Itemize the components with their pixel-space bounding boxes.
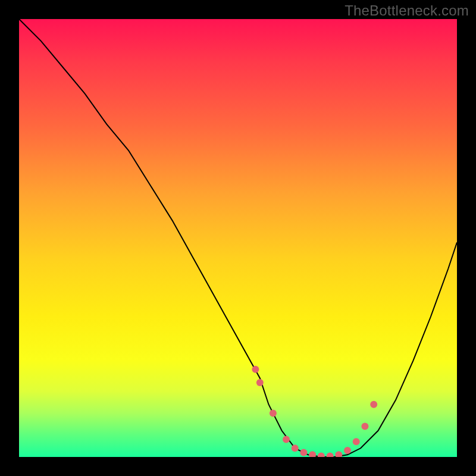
curve-svg [19,19,457,457]
highlight-dot [256,379,264,386]
highlight-dot [361,423,368,430]
watermark-text: TheBottleneck.com [345,2,469,19]
plot-area [19,19,457,457]
highlight-dot [353,438,360,445]
highlight-dot [283,436,290,443]
highlight-dot [344,447,351,454]
chart-frame: TheBottleneck.com [0,0,476,476]
highlight-dot [327,453,334,458]
highlight-dot [270,409,277,416]
highlight-dot [300,449,307,456]
highlight-dot [252,366,259,373]
highlight-dot [292,444,299,452]
bottleneck-curve-line [19,19,457,457]
highlight-dot [335,451,342,457]
highlight-dot [309,451,316,457]
highlight-dot [318,453,325,458]
highlight-dots [252,366,377,457]
highlight-dot [370,401,377,408]
